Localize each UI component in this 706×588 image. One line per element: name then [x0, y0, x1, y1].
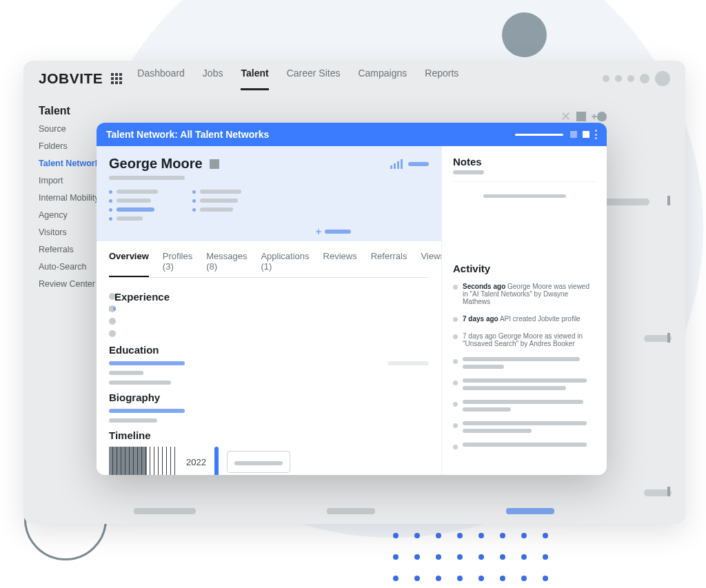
nav-reports[interactable]: Reports [425, 68, 458, 90]
section-education: Education [109, 344, 429, 356]
avatar[interactable] [655, 71, 670, 86]
main-nav: Dashboard Jobs Talent Career Sites Campa… [137, 68, 458, 90]
decor-dots [393, 533, 548, 581]
notes-area[interactable] [453, 181, 596, 250]
timeline-marker-icon[interactable] [214, 447, 219, 475]
info-columns [109, 190, 429, 221]
activity-item: Seconds ago George Moore was viewed in "… [453, 283, 596, 305]
brand-logo: JOBVITE [39, 70, 103, 87]
activity-item [453, 378, 596, 390]
section-experience: Experience [109, 293, 116, 300]
activity-item [453, 357, 596, 369]
tab-profiles[interactable]: Profiles (3) [163, 251, 192, 277]
candidate-subtitle [109, 176, 185, 180]
activity-item [453, 421, 596, 433]
signal-icon [390, 159, 403, 169]
header-progress-icon [515, 134, 563, 136]
next-record-icon[interactable] [583, 131, 589, 138]
timeline-year: 2022 [186, 457, 206, 467]
tab-applications[interactable]: Applications (1) [261, 251, 309, 277]
tab-overview[interactable]: Overview [109, 251, 149, 277]
nav-talent[interactable]: Talent [241, 68, 268, 90]
activity-item: 7 days ago API created Jobvite profile [453, 315, 596, 323]
tab-messages[interactable]: Messages (8) [206, 251, 247, 277]
close-icon[interactable]: ✕ [561, 109, 571, 124]
profile-panel: George Moore [97, 146, 441, 475]
notes-title: Notes [453, 156, 596, 168]
modal-title: Talent Network: All Talent Networks [106, 129, 269, 140]
add-person-icon[interactable] [592, 111, 607, 122]
add-link-button[interactable] [316, 226, 429, 237]
talent-profile-modal: Talent Network: All Talent Networks Geor… [97, 123, 607, 475]
modal-header: Talent Network: All Talent Networks [97, 123, 607, 146]
notes-subtitle [453, 170, 484, 174]
tab-referrals[interactable]: Referrals [371, 251, 407, 277]
notification-icon[interactable] [640, 74, 649, 83]
status-dot-icon [615, 75, 622, 82]
row-menu-icon[interactable] [667, 333, 670, 343]
maximize-icon[interactable] [576, 112, 586, 121]
candidate-name: George Moore [109, 156, 219, 172]
activity-item [453, 400, 596, 412]
sidebar: Talent Source Folders Talent Network Imp… [23, 97, 106, 524]
nav-dashboard[interactable]: Dashboard [137, 68, 185, 90]
status-dot-icon [627, 75, 634, 82]
nav-campaigns[interactable]: Campaigns [358, 68, 407, 90]
section-timeline: Timeline [109, 429, 429, 441]
timeline: 2022 [109, 447, 429, 475]
activity-title: Activity [453, 263, 596, 274]
activity-item [453, 443, 596, 449]
status-dot-icon [603, 75, 609, 82]
sidebar-title: Talent [39, 105, 106, 117]
prev-record-icon[interactable] [570, 131, 577, 138]
bottom-bar [134, 508, 554, 514]
profile-tabs: Overview Profiles (3) Messages (8) Appli… [109, 251, 429, 278]
activity-item: 7 days ago George Moore as viewed in "Un… [453, 332, 596, 347]
timeline-scale-icon [109, 447, 178, 475]
activity-list: Seconds ago George Moore was viewed in "… [453, 283, 596, 449]
nav-jobs[interactable]: Jobs [203, 68, 223, 90]
status-square-icon [210, 159, 219, 169]
section-biography: Biography [109, 392, 429, 403]
tab-views[interactable]: Views [421, 251, 441, 277]
row-menu-icon[interactable] [667, 487, 670, 496]
row-menu-icon[interactable] [667, 196, 670, 205]
topbar: JOBVITE Dashboard Jobs Talent Career Sit… [23, 61, 685, 97]
app-switcher-icon[interactable] [111, 73, 122, 84]
tab-reviews[interactable]: Reviews [323, 251, 357, 277]
timeline-event[interactable] [227, 451, 290, 473]
nav-career-sites[interactable]: Career Sites [287, 68, 341, 90]
more-menu-icon[interactable] [595, 130, 597, 139]
right-panel: Notes Activity Seconds ago George Moore … [441, 146, 607, 475]
